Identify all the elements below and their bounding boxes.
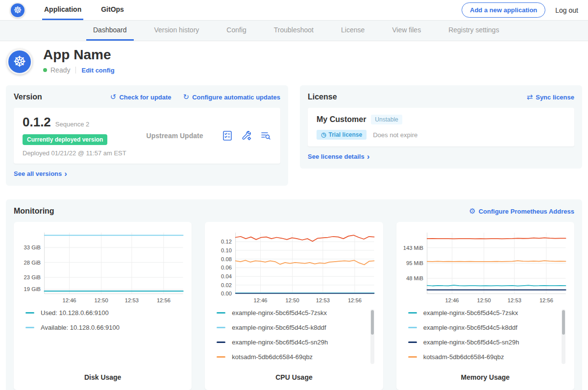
legend-item[interactable]: example-nginx-5bc6f5d4c5-sn29h bbox=[408, 339, 569, 346]
svg-text:0.06: 0.06 bbox=[221, 265, 232, 270]
tab-license[interactable]: License bbox=[334, 21, 371, 41]
topnav-tab-application[interactable]: Application bbox=[42, 0, 83, 20]
legend-swatch-icon bbox=[217, 341, 225, 343]
legend-label: example-nginx-5bc6f5d4c5-k8ddf bbox=[232, 324, 326, 331]
see-all-versions-link[interactable]: See all versions› bbox=[14, 170, 67, 177]
version-info: 0.1.2 Sequence 2 Currently deployed vers… bbox=[23, 115, 128, 157]
legend-swatch-icon bbox=[408, 341, 417, 343]
tab-version-history[interactable]: Version history bbox=[147, 21, 206, 41]
sequence-label: Sequence 2 bbox=[55, 121, 89, 128]
current-version-panel: 0.1.2 Sequence 2 Currently deployed vers… bbox=[14, 108, 280, 164]
legend-swatch-icon bbox=[217, 327, 225, 328]
release-notes-icon[interactable] bbox=[221, 130, 233, 142]
tab-registry-settings[interactable]: Registry settings bbox=[441, 21, 506, 41]
legend-item[interactable]: Available: 10.128.0.66:9100 bbox=[25, 324, 187, 331]
license-panel: My Customer Unstable ◷Trial license Does… bbox=[308, 108, 574, 146]
legend-item[interactable]: kotsadm-5db6dc6584-69qbz bbox=[217, 353, 378, 361]
see-license-details-link[interactable]: See license details› bbox=[308, 153, 369, 160]
channel-badge: Unstable bbox=[371, 115, 402, 124]
memory-usage-chart-card: 48 MiB95 MiB143 MiB12:4612:5012:5312:56e… bbox=[396, 222, 574, 390]
legend-label: example-nginx-5bc6f5d4c5-7zskx bbox=[232, 309, 327, 317]
tab-view-files[interactable]: View files bbox=[385, 21, 428, 41]
config-wrench-icon[interactable] bbox=[241, 130, 252, 142]
license-card-actions: ⇄Sync license bbox=[527, 93, 574, 101]
chart-title: Disk Usage bbox=[19, 368, 187, 385]
trial-license-badge: ◷Trial license bbox=[317, 130, 367, 140]
app-tab-bar: DashboardVersion historyConfigTroublesho… bbox=[0, 21, 588, 41]
chart-canvas: 48 MiB95 MiB143 MiB12:4612:5012:5312:56 bbox=[401, 228, 569, 305]
chevron-right-icon: › bbox=[64, 171, 67, 177]
see-all-versions-label: See all versions bbox=[14, 170, 62, 177]
currently-deployed-badge: Currently deployed version bbox=[23, 134, 107, 145]
sync-license-link[interactable]: ⇄Sync license bbox=[527, 93, 574, 101]
tab-config[interactable]: Config bbox=[220, 21, 253, 41]
configure-automatic-updates-label: Configure automatic updates bbox=[192, 94, 280, 101]
charts-row: 19 GiB23 GiB28 GiB33 GiB12:4612:5012:531… bbox=[14, 222, 574, 390]
legend-swatch-icon bbox=[217, 356, 225, 358]
legend-swatch-icon bbox=[408, 327, 417, 328]
preflight-checks-icon[interactable] bbox=[260, 130, 271, 142]
legend-swatch-icon bbox=[408, 312, 417, 314]
edit-config-link[interactable]: Edit config bbox=[81, 67, 114, 74]
topnav-tab-gitops[interactable]: GitOps bbox=[99, 0, 126, 20]
configure-automatic-updates-link[interactable]: ↻Configure automatic updates bbox=[183, 93, 280, 101]
legend-scrollbar[interactable] bbox=[370, 309, 374, 364]
svg-text:143 MiB: 143 MiB bbox=[403, 245, 423, 251]
legend-item[interactable]: example-nginx-5bc6f5d4c5-7zskx bbox=[408, 309, 569, 317]
add-new-application-button[interactable]: Add a new application bbox=[462, 2, 545, 18]
svg-text:12:53: 12:53 bbox=[125, 297, 139, 303]
svg-text:12:46: 12:46 bbox=[63, 297, 76, 303]
logout-button[interactable]: Log out bbox=[555, 6, 578, 14]
gear-icon: ⚙ bbox=[469, 207, 475, 216]
legend-item[interactable]: kotsadm-5db6dc6584-69qbz bbox=[408, 353, 569, 361]
main-content: Version ↺Check for update ↻Configure aut… bbox=[0, 85, 588, 390]
legend-scrollbar[interactable] bbox=[562, 309, 565, 364]
cards-row: Version ↺Check for update ↻Configure aut… bbox=[6, 85, 582, 186]
scrollbar-thumb[interactable] bbox=[562, 310, 565, 335]
svg-text:0.08: 0.08 bbox=[221, 256, 232, 262]
legend-item[interactable]: example-nginx-5bc6f5d4c5-k8ddf bbox=[408, 324, 569, 331]
monitoring-title: Monitoring bbox=[14, 207, 54, 216]
topnav-right: Add a new application Log out bbox=[462, 0, 578, 20]
legend-item[interactable]: example-nginx-5bc6f5d4c5-7zskx bbox=[217, 309, 378, 317]
refresh-icon: ↺ bbox=[110, 93, 117, 101]
divider bbox=[75, 67, 76, 73]
sync-license-label: Sync license bbox=[536, 94, 574, 101]
legend-item[interactable]: example-nginx-5bc6f5d4c5-sn29h bbox=[217, 339, 378, 346]
chart-legend: Used: 10.128.0.66:9100Available: 10.128.… bbox=[25, 309, 187, 368]
svg-text:12:53: 12:53 bbox=[316, 297, 330, 303]
license-card: License ⇄Sync license My Customer Unstab… bbox=[300, 85, 582, 169]
scrollbar-thumb[interactable] bbox=[371, 310, 374, 335]
ready-status-dot-icon bbox=[43, 68, 47, 72]
legend-item[interactable]: Used: 10.128.0.66:9100 bbox=[25, 309, 187, 317]
helm-glyph: ☸ bbox=[13, 53, 26, 70]
kubernetes-logo-icon: ☸ bbox=[10, 2, 25, 18]
svg-text:23 GiB: 23 GiB bbox=[24, 274, 41, 280]
app-title-block: App Name Ready Edit config bbox=[43, 47, 115, 74]
timer-icon: ◷ bbox=[321, 131, 326, 138]
svg-text:12:50: 12:50 bbox=[477, 297, 490, 303]
version-card-title: Version bbox=[14, 93, 42, 101]
check-for-update-link[interactable]: ↺Check for update bbox=[110, 93, 172, 101]
svg-text:12:50: 12:50 bbox=[286, 297, 299, 303]
svg-text:33 GiB: 33 GiB bbox=[24, 244, 41, 250]
license-card-title: License bbox=[308, 93, 337, 101]
customer-name: My Customer bbox=[317, 115, 366, 124]
svg-text:28 GiB: 28 GiB bbox=[24, 260, 41, 266]
svg-text:12:50: 12:50 bbox=[95, 297, 108, 303]
chevron-right-icon: › bbox=[367, 154, 370, 160]
legend-item[interactable]: example-nginx-5bc6f5d4c5-k8ddf bbox=[217, 324, 378, 331]
configure-prometheus-link[interactable]: ⚙Configure Prometheus Address bbox=[469, 207, 574, 216]
svg-text:19 GiB: 19 GiB bbox=[24, 286, 41, 292]
chart-legend: example-nginx-5bc6f5d4c5-7zskxexample-ng… bbox=[217, 309, 378, 368]
svg-text:0.10: 0.10 bbox=[221, 247, 232, 253]
chart-canvas: 19 GiB23 GiB28 GiB33 GiB12:4612:5012:531… bbox=[19, 228, 187, 305]
chart-title: CPU Usage bbox=[210, 368, 378, 385]
version-action-icons bbox=[221, 130, 271, 142]
tab-dashboard[interactable]: Dashboard bbox=[86, 21, 134, 41]
svg-text:12:56: 12:56 bbox=[348, 297, 362, 303]
svg-text:12:46: 12:46 bbox=[445, 297, 459, 303]
legend-swatch-icon bbox=[217, 312, 225, 314]
tab-troubleshoot[interactable]: Troubleshoot bbox=[267, 21, 320, 41]
app-header: ☸ App Name Ready Edit config bbox=[0, 41, 588, 81]
